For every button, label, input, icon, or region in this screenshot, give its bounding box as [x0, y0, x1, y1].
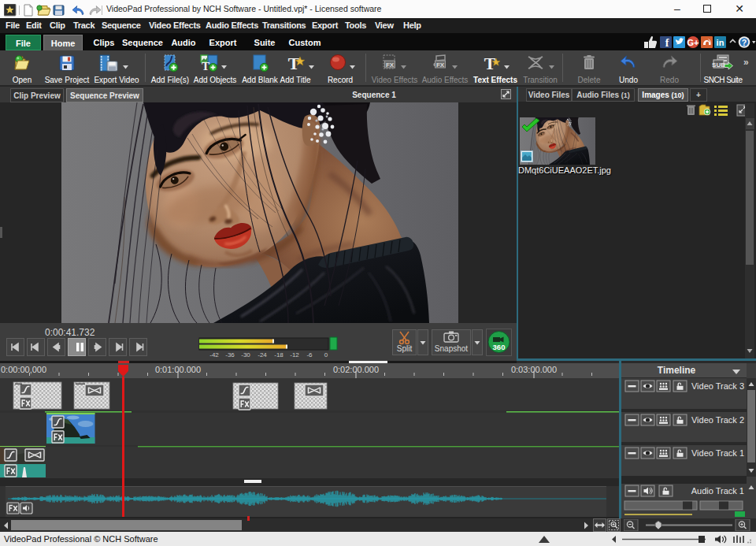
svg-text:f: f [665, 37, 669, 49]
svg-text:0: 0 [324, 351, 328, 358]
svg-text:in: in [717, 38, 724, 47]
svg-text:G+: G+ [687, 38, 699, 47]
svg-text:-18: -18 [274, 351, 284, 358]
svg-text:-36: -36 [225, 351, 235, 358]
svg-text:360: 360 [493, 343, 506, 351]
svg-text:Audio Track 1: Audio Track 1 [691, 486, 744, 496]
svg-text:0:01:00.000: 0:01:00.000 [155, 365, 201, 374]
svg-text:0:00:00,000: 0:00:00,000 [1, 365, 46, 374]
svg-text:FX: FX [435, 61, 444, 69]
svg-text:-24: -24 [258, 351, 267, 358]
svg-text:0:02:00.000: 0:02:00.000 [333, 365, 379, 374]
svg-text:-42: -42 [209, 351, 219, 358]
svg-text:-30: -30 [241, 351, 250, 358]
svg-text:Video Track 1: Video Track 1 [691, 448, 744, 458]
svg-text:0:03:00.000: 0:03:00.000 [511, 365, 557, 374]
svg-text:FX: FX [385, 61, 394, 69]
svg-text:Video Track 3: Video Track 3 [691, 381, 744, 391]
svg-text:-6: -6 [306, 351, 313, 358]
svg-text:T: T [202, 60, 209, 72]
svg-text:Video Track 2: Video Track 2 [691, 415, 744, 425]
svg-text:-12: -12 [290, 351, 299, 358]
svg-text:T: T [484, 54, 495, 72]
svg-text:?: ? [742, 38, 747, 47]
svg-text:SUB: SUB [712, 61, 725, 69]
